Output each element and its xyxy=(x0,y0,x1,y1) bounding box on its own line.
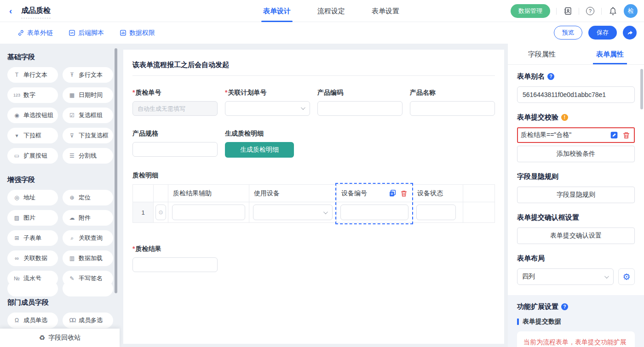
help-badge-icon[interactable]: ? xyxy=(547,73,554,80)
field-recycle-bin[interactable]: ♻ 字段回收站 xyxy=(0,329,120,347)
field-item-data-load[interactable]: ▥数据加载 xyxy=(63,250,113,266)
field-product-name[interactable]: 产品名称 xyxy=(410,89,495,116)
section-title-basic-fields: 基础字段 xyxy=(7,53,113,62)
avatar[interactable]: 检 xyxy=(624,4,638,18)
field-plan-no[interactable]: *关联计划单号 xyxy=(225,89,310,116)
field-item-related-query[interactable]: ⌕关联查询 xyxy=(63,230,113,246)
field-item-address[interactable]: ◎地址 xyxy=(7,190,58,205)
field-item-single-line-text[interactable]: T单行文本 xyxy=(7,67,58,83)
field-item-location[interactable]: ⊕定位 xyxy=(63,190,113,205)
field-item-checkbox-group[interactable]: ☑复选框组 xyxy=(63,108,113,123)
copy-icon[interactable] xyxy=(389,189,397,197)
row-expand-icon[interactable]: ⊙ xyxy=(155,205,166,220)
field-item-number[interactable]: 123数字 xyxy=(7,87,58,103)
data-manage-button[interactable]: 数据管理 xyxy=(511,4,550,18)
required-marker: * xyxy=(225,89,227,96)
field-item-multi-line-text[interactable]: Ŧ多行文本 xyxy=(63,67,113,83)
chevron-down-icon xyxy=(301,105,305,110)
product-code-input[interactable] xyxy=(317,101,402,116)
divider-icon: ☰ xyxy=(69,153,75,159)
sidebar-scrollbar[interactable] xyxy=(115,48,117,293)
save-button[interactable]: 保存 xyxy=(588,26,617,40)
divider xyxy=(556,8,557,15)
checkbox-icon: ☑ xyxy=(69,112,75,119)
search-icon: ⌕ xyxy=(69,235,75,241)
field-generate-detail[interactable]: 生成质检明细 生成质检明细 xyxy=(225,130,310,158)
data-permission-link[interactable]: 数据权限 xyxy=(120,29,155,37)
qc-result-aux-input[interactable] xyxy=(172,205,245,220)
field-item-partial[interactable] xyxy=(7,281,58,296)
contacts-book-icon[interactable] xyxy=(563,6,573,16)
selected-column-device-code[interactable]: 设备编号 xyxy=(337,185,413,222)
field-item-multi-dropdown[interactable]: ⊽下拉复选框 xyxy=(63,128,113,143)
multi-line-text-icon: Ŧ xyxy=(69,72,75,78)
form-external-link[interactable]: 表单外链 xyxy=(17,29,53,37)
column-header-device-used[interactable]: 使用设备 xyxy=(249,185,336,202)
help-badge-icon[interactable]: ? xyxy=(561,303,568,310)
back-icon[interactable]: ‹ xyxy=(9,6,12,16)
column-header-device-status[interactable]: 设备状态 xyxy=(413,185,463,202)
qc-no-input[interactable] xyxy=(132,101,218,116)
layout-gear-button[interactable]: ⚙ xyxy=(618,268,635,285)
plan-no-select[interactable] xyxy=(225,101,310,116)
field-item-datetime[interactable]: ▦日期时间 xyxy=(63,87,113,103)
visibility-rule-button[interactable]: 字段显隐规则 xyxy=(517,187,635,203)
page-title[interactable]: 成品质检 xyxy=(21,6,51,18)
divider xyxy=(601,8,602,15)
help-icon[interactable]: ? xyxy=(585,6,595,16)
field-item-member-single[interactable]: Ω成员单选 xyxy=(7,313,58,328)
field-item-radio-group[interactable]: ◉单选按钮组 xyxy=(7,108,58,123)
submit-confirm-button[interactable]: 表单提交确认设置 xyxy=(517,228,635,244)
panel-scrollbar[interactable] xyxy=(640,69,643,109)
product-spec-input[interactable] xyxy=(132,142,218,157)
field-item-dropdown[interactable]: ▾下拉框 xyxy=(7,128,58,143)
field-item-subform[interactable]: ⊞子表单 xyxy=(7,230,58,246)
device-code-input[interactable] xyxy=(340,205,408,220)
tab-field-properties[interactable]: 字段属性 xyxy=(508,44,576,64)
qc-detail-subtable: 1 ⊙ 质检结果辅助 使用设备 设备编号 xyxy=(132,184,495,223)
share-button[interactable] xyxy=(623,26,637,40)
device-status-input[interactable] xyxy=(416,205,456,220)
field-item-attachment[interactable]: ☁附件 xyxy=(63,210,113,226)
qc-result-input[interactable] xyxy=(132,257,218,272)
section-title-member-fields: 部门成员字段 xyxy=(7,298,113,307)
generate-detail-button[interactable]: 生成质检明细 xyxy=(225,142,294,158)
field-qc-no[interactable]: *质检单号 xyxy=(132,89,218,116)
submit-data-label: 表单提交数据 xyxy=(523,318,561,326)
column-header-device-code[interactable]: 设备编号 xyxy=(341,189,367,198)
people-icon: ΩΩ xyxy=(69,317,75,324)
layout-select[interactable]: 四列 xyxy=(517,268,614,285)
share-arrow-icon xyxy=(627,29,633,36)
add-validation-button[interactable]: 添加校验条件 xyxy=(517,146,635,162)
tab-form-properties[interactable]: 表单属性 xyxy=(576,44,644,64)
product-name-input[interactable] xyxy=(410,101,495,116)
delete-column-icon[interactable] xyxy=(400,190,408,197)
field-item-member-multi[interactable]: ΩΩ成员多选 xyxy=(63,313,113,328)
device-used-select[interactable] xyxy=(253,205,333,220)
flow-form-warning-text: 当前为流程表单，表单提交功能扩展的配置，请前往流程发起节点属性 xyxy=(517,331,635,347)
field-qc-result[interactable]: *质检结果 xyxy=(132,245,218,272)
warning-badge-icon[interactable]: ! xyxy=(561,114,568,121)
backend-script-link[interactable]: 后端脚本 xyxy=(69,29,104,37)
field-item-image[interactable]: ▨图片 xyxy=(7,210,58,226)
field-item-extend-button[interactable]: ▭扩展按钮 xyxy=(7,148,58,164)
column-header-qc-result-aux[interactable]: 质检结果辅助 xyxy=(168,185,249,202)
form-alias-input[interactable] xyxy=(517,86,635,103)
field-item-related-data[interactable]: ∞关联数据 xyxy=(7,250,58,266)
field-product-spec[interactable]: 产品规格 xyxy=(132,130,218,158)
validation-rule-row[interactable]: 质检结果=="合格" xyxy=(517,127,635,143)
section-marker xyxy=(517,319,519,325)
edit-icon[interactable] xyxy=(610,131,618,139)
notification-bell-icon[interactable] xyxy=(608,6,618,16)
extension-settings-label: 功能扩展设置 xyxy=(517,302,558,311)
delete-rule-icon[interactable] xyxy=(622,131,630,139)
tab-flow-setting[interactable]: 流程设定 xyxy=(315,0,348,22)
field-item-divider[interactable]: ☰分割线 xyxy=(63,148,113,164)
field-item-partial[interactable] xyxy=(63,281,113,296)
preview-button[interactable]: 预览 xyxy=(554,26,582,40)
tab-form-design[interactable]: 表单设计 xyxy=(260,0,293,22)
tab-form-setting[interactable]: 表单设置 xyxy=(369,0,402,22)
field-product-code[interactable]: 产品编码 xyxy=(317,89,402,116)
submit-confirm-label: 表单提交确认框设置 xyxy=(517,213,579,222)
submit-validation-label: 表单提交校验 xyxy=(517,113,558,122)
